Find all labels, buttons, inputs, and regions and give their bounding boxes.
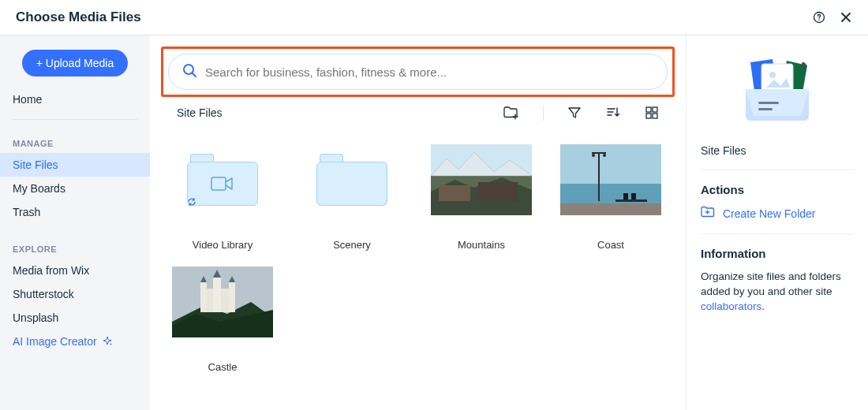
dialog-title: Choose Media Files: [16, 9, 141, 25]
search-input[interactable]: [205, 65, 654, 79]
svg-point-1: [818, 20, 820, 21]
svg-point-2: [184, 65, 193, 74]
add-folder-icon[interactable]: [503, 106, 519, 120]
close-icon[interactable]: [840, 11, 852, 24]
sidebar-item-label: AI Image Creator: [13, 335, 97, 348]
media-item-folder[interactable]: Scenery: [295, 144, 409, 251]
media-grid: Video Library Scenery: [161, 121, 675, 381]
search-icon: [181, 62, 197, 81]
grid-view-icon[interactable]: [645, 106, 659, 120]
search-highlight-frame: [161, 47, 675, 97]
svg-rect-29: [758, 102, 779, 104]
sidebar-item-unsplash[interactable]: Unsplash: [0, 306, 150, 330]
main-content: Site Files: [150, 35, 687, 410]
toolbar: Site Files: [161, 97, 675, 121]
collaborators-link[interactable]: collaborators: [701, 300, 761, 312]
filter-icon[interactable]: [567, 106, 582, 120]
svg-rect-21: [615, 199, 647, 202]
information-text: Organize site files and folders added by…: [701, 270, 854, 315]
sidebar-item-ai-image-creator[interactable]: AI Image Creator: [0, 330, 150, 353]
sort-icon[interactable]: [605, 106, 621, 120]
sidebar-item-media-from-wix[interactable]: Media from Wix: [0, 259, 150, 282]
create-new-folder-button[interactable]: Create New Folder: [701, 206, 854, 221]
folder-thumb: [301, 144, 402, 215]
search-bar[interactable]: [168, 54, 668, 90]
svg-rect-16: [592, 152, 606, 154]
svg-rect-6: [653, 114, 657, 118]
media-item-image[interactable]: Coast: [554, 144, 668, 251]
sidebar-item-trash[interactable]: Trash: [0, 200, 150, 224]
toolbar-divider: [543, 105, 544, 121]
svg-rect-30: [758, 108, 773, 110]
svg-point-18: [603, 154, 606, 157]
svg-rect-7: [211, 177, 226, 190]
information-heading: Information: [701, 247, 854, 260]
folder-illustration: [701, 54, 854, 122]
video-icon: [211, 175, 234, 192]
dialog-header: Choose Media Files: [0, 0, 868, 35]
media-label: Castle: [208, 361, 238, 373]
breadcrumb: Site Files: [177, 106, 223, 119]
sidebar-item-my-boards[interactable]: My Boards: [0, 177, 150, 200]
svg-rect-26: [213, 278, 221, 312]
media-item-folder[interactable]: Video Library: [166, 144, 279, 251]
sidebar: + Upload Media Home MANAGE Site Files My…: [0, 35, 150, 410]
sidebar-item-site-files[interactable]: Site Files: [0, 153, 150, 177]
svg-rect-14: [560, 203, 661, 215]
image-thumb: [431, 144, 532, 215]
svg-rect-3: [646, 107, 651, 112]
media-label: Coast: [597, 239, 624, 251]
folder-plus-icon: [701, 206, 715, 221]
create-folder-label: Create New Folder: [723, 207, 816, 220]
folder-thumb: [172, 144, 273, 215]
media-item-image[interactable]: Castle: [166, 266, 279, 373]
sidebar-item-shutterstock[interactable]: Shutterstock: [0, 282, 150, 306]
media-item-image[interactable]: Mountains: [425, 144, 538, 251]
sidebar-section-manage: MANAGE: [0, 128, 150, 153]
sparkle-icon: [102, 336, 113, 347]
sidebar-item-home[interactable]: Home: [0, 88, 150, 111]
refresh-icon: [187, 197, 196, 209]
svg-rect-10: [439, 185, 470, 201]
svg-rect-12: [560, 144, 661, 184]
media-label: Scenery: [333, 239, 371, 251]
svg-rect-25: [229, 282, 235, 312]
sidebar-section-explore: EXPLORE: [0, 233, 150, 259]
svg-rect-24: [200, 282, 207, 312]
image-thumb: [172, 266, 273, 337]
media-label: Mountains: [458, 239, 505, 251]
upload-media-button[interactable]: + Upload Media: [22, 50, 128, 76]
info-title: Site Files: [701, 144, 854, 157]
svg-rect-4: [653, 107, 657, 112]
actions-heading: Actions: [701, 183, 854, 196]
info-panel: Site Files Actions Create New Folder Inf…: [687, 35, 868, 410]
svg-rect-5: [646, 114, 651, 118]
svg-point-17: [592, 154, 595, 157]
media-label: Video Library: [193, 239, 253, 251]
help-icon[interactable]: [813, 11, 825, 24]
svg-point-28: [769, 72, 776, 78]
image-thumb: [560, 144, 661, 215]
svg-rect-15: [598, 152, 600, 201]
svg-rect-11: [478, 182, 518, 201]
